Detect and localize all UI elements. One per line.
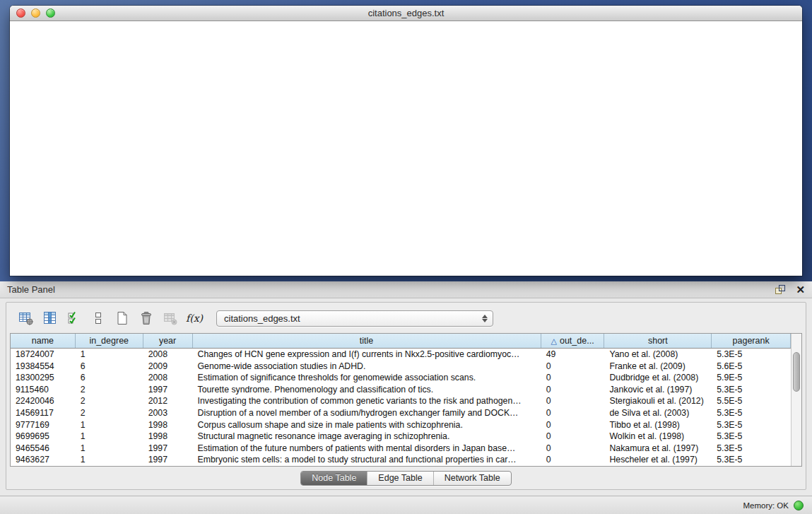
cell-in_degree[interactable]: 1 <box>76 419 143 431</box>
close-panel-icon[interactable]: ✕ <box>796 285 805 295</box>
cell-out_de[interactable]: 0 <box>541 384 605 396</box>
delete-table-button[interactable] <box>158 308 182 328</box>
cell-short[interactable]: Franke et al. (2009) <box>604 361 712 373</box>
table-row[interactable]: 946554611997Estimation of the future num… <box>11 443 791 455</box>
cell-title[interactable]: Genome-wide association studies in ADHD. <box>193 361 541 373</box>
table-row[interactable]: 1830029562008Estimation of significance … <box>11 372 791 384</box>
cell-year[interactable]: 2009 <box>143 361 193 373</box>
cell-title[interactable]: Investigating the contribution of common… <box>193 395 541 407</box>
cell-short[interactable]: Jankovic et al. (1997) <box>604 384 712 396</box>
cell-in_degree[interactable]: 1 <box>76 349 143 361</box>
cell-year[interactable]: 1997 <box>143 384 193 396</box>
cell-in_degree[interactable]: 1 <box>76 431 143 443</box>
cell-out_de[interactable]: 0 <box>541 454 605 466</box>
cell-in_degree[interactable]: 2 <box>76 407 143 419</box>
cell-out_de[interactable]: 0 <box>541 361 605 373</box>
table-scrollbar[interactable] <box>791 334 801 466</box>
close-window-button[interactable] <box>16 8 25 18</box>
cell-in_degree[interactable]: 1 <box>76 443 143 455</box>
cell-short[interactable]: Nakamura et al. (1997) <box>604 443 712 455</box>
cell-name[interactable]: 9777169 <box>11 419 76 431</box>
cell-year[interactable]: 1997 <box>143 443 193 455</box>
cell-pagerank[interactable]: 5.3E-5 <box>712 454 791 466</box>
cell-title[interactable]: Corpus callosum shape and size in male p… <box>193 419 541 431</box>
cell-pagerank[interactable]: 5.3E-5 <box>712 443 791 455</box>
table-row[interactable]: 2242004622012Investigating the contribut… <box>11 395 791 407</box>
table-row[interactable]: 1872400712008Changes of HCN gene express… <box>11 349 791 361</box>
cell-name[interactable]: 18300295 <box>11 372 76 384</box>
cell-title[interactable]: Tourette syndrome. Phenomenology and cla… <box>193 384 541 396</box>
cell-in_degree[interactable]: 6 <box>76 372 143 384</box>
cell-name[interactable]: 9463627 <box>11 454 76 466</box>
cell-year[interactable]: 2012 <box>143 395 193 407</box>
function-builder-button[interactable]: f(x) <box>182 308 206 328</box>
cell-out_de[interactable]: 49 <box>541 349 605 361</box>
table-row[interactable]: 969969511998Structural magnetic resonanc… <box>11 431 791 443</box>
column-header-short[interactable]: short <box>604 334 712 348</box>
cell-name[interactable]: 19384554 <box>11 361 76 373</box>
column-header-year[interactable]: year <box>143 334 193 348</box>
cell-name[interactable]: 9115460 <box>11 384 76 396</box>
select-columns-button[interactable] <box>62 308 86 328</box>
cell-pagerank[interactable]: 5.3E-5 <box>712 407 791 419</box>
minimize-window-button[interactable] <box>31 8 40 18</box>
cell-title[interactable]: Embryonic stem cells: a model to study s… <box>193 454 541 466</box>
cell-out_de[interactable]: 0 <box>541 443 605 455</box>
cell-year[interactable]: 1997 <box>143 454 193 466</box>
cell-year[interactable]: 2003 <box>143 407 193 419</box>
cell-name[interactable]: 22420046 <box>11 395 76 407</box>
memory-status-indicator[interactable] <box>794 501 804 510</box>
cell-short[interactable]: Dudbridge et al. (2008) <box>604 372 712 384</box>
cell-short[interactable]: Tibbo et al. (1998) <box>604 419 712 431</box>
table-row[interactable]: 977716911998Corpus callosum shape and si… <box>11 419 791 431</box>
column-header-pagerank[interactable]: pagerank <box>712 334 791 348</box>
column-header-in_degree[interactable]: in_degree <box>76 334 143 348</box>
cell-pagerank[interactable]: 5.3E-5 <box>712 419 791 431</box>
cell-out_de[interactable]: 0 <box>541 372 605 384</box>
cell-out_de[interactable]: 0 <box>541 419 605 431</box>
table-row[interactable]: 1456911722003Disruption of a novel membe… <box>11 407 791 419</box>
cell-year[interactable]: 1998 <box>143 431 193 443</box>
network-canvas[interactable] <box>10 21 801 274</box>
row-height-button[interactable] <box>86 308 110 328</box>
cell-title[interactable]: Changes of HCN gene expression and I(f) … <box>193 349 541 361</box>
cell-title[interactable]: Estimation of significance thresholds fo… <box>193 372 541 384</box>
cell-title[interactable]: Structural magnetic resonance image aver… <box>193 431 541 443</box>
cell-name[interactable]: 9699695 <box>11 431 76 443</box>
cell-title[interactable]: Estimation of the future numbers of pati… <box>193 443 541 455</box>
table-mode-button[interactable] <box>14 308 38 328</box>
new-column-button[interactable] <box>110 308 134 328</box>
column-header-name[interactable]: name <box>11 334 76 348</box>
cell-in_degree[interactable]: 2 <box>76 384 143 396</box>
cell-pagerank[interactable]: 5.5E-5 <box>712 395 791 407</box>
table-row[interactable]: 1938455462009Genome-wide association stu… <box>11 361 791 373</box>
cell-year[interactable]: 1998 <box>143 419 193 431</box>
cell-in_degree[interactable]: 1 <box>76 454 143 466</box>
table-row[interactable]: 946362711997Embryonic stem cells: a mode… <box>11 454 791 466</box>
delete-column-button[interactable] <box>134 308 158 328</box>
table-row[interactable]: 911546021997Tourette syndrome. Phenomeno… <box>11 384 791 396</box>
cell-out_de[interactable]: 0 <box>541 407 605 419</box>
cell-name[interactable]: 14569117 <box>11 407 76 419</box>
cell-pagerank[interactable]: 5.3E-5 <box>712 431 791 443</box>
zoom-window-button[interactable] <box>46 8 55 18</box>
float-panel-icon[interactable] <box>775 285 786 295</box>
tab-node-table[interactable]: Node Table <box>301 472 367 485</box>
cell-short[interactable]: Wolkin et al. (1998) <box>604 431 712 443</box>
cell-year[interactable]: 2008 <box>143 372 193 384</box>
tab-edge-table[interactable]: Edge Table <box>367 472 433 485</box>
cell-short[interactable]: de Silva et al. (2003) <box>604 407 712 419</box>
scrollbar-thumb[interactable] <box>793 352 800 392</box>
cell-out_de[interactable]: 0 <box>541 431 605 443</box>
cell-title[interactable]: Disruption of a novel member of a sodium… <box>193 407 541 419</box>
tab-network-table[interactable]: Network Table <box>433 472 511 485</box>
cell-short[interactable]: Yano et al. (2008) <box>604 349 712 361</box>
cell-in_degree[interactable]: 6 <box>76 361 143 373</box>
cell-out_de[interactable]: 0 <box>541 395 605 407</box>
cell-name[interactable]: 18724007 <box>11 349 76 361</box>
show-columns-button[interactable] <box>38 308 62 328</box>
cell-in_degree[interactable]: 2 <box>76 395 143 407</box>
cell-pagerank[interactable]: 5.9E-5 <box>712 372 791 384</box>
table-selector-dropdown[interactable]: citations_edges.txt <box>216 310 493 327</box>
cell-pagerank[interactable]: 5.6E-5 <box>712 361 791 373</box>
